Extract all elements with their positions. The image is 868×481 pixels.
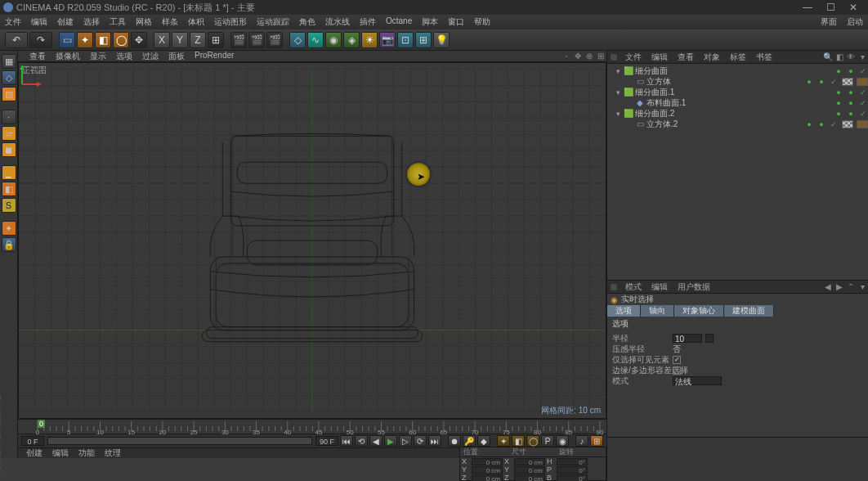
coord-field[interactable]: 0° [557, 466, 588, 474]
texture-tag[interactable] [857, 78, 868, 86]
material-menu-item[interactable]: 功能 [74, 447, 100, 459]
poly-mode-button[interactable]: ◼ [2, 142, 16, 157]
render-region-button[interactable]: 🎬 [248, 32, 265, 48]
start-frame-field[interactable]: 0 F [21, 436, 44, 446]
object-mode-button[interactable]: ◇ [2, 70, 16, 85]
attr-up-icon[interactable]: ⌃ [845, 281, 857, 293]
vis-render-icon[interactable]: ● [846, 88, 856, 97]
tip-button[interactable]: 💡 [433, 32, 450, 48]
menu-item[interactable]: 样条 [157, 16, 183, 28]
rotate-tool-button[interactable]: ◯ [113, 32, 129, 48]
record-button[interactable]: ⏺ [448, 435, 461, 447]
menu-item[interactable]: Octane [381, 16, 417, 28]
playhead[interactable]: 0 [38, 420, 45, 428]
goto-start-button[interactable]: ⏮ [340, 435, 353, 447]
attr-checkbox[interactable] [673, 366, 681, 375]
material-menu-item[interactable]: 创建 [21, 447, 47, 459]
generator-button[interactable]: ◉ [325, 32, 342, 48]
tree-row[interactable]: ▾🟩细分曲面.2●●✓ [607, 108, 868, 119]
attr-tab[interactable]: 轴向 [641, 305, 674, 317]
menu-item[interactable]: 窗口 [443, 16, 469, 28]
vis-render-icon[interactable]: ● [817, 120, 826, 128]
cube-primitive-button[interactable]: ◇ [289, 32, 306, 48]
vis-editor-icon[interactable]: ● [834, 99, 843, 107]
viewport-menu-item[interactable]: 选项 [111, 51, 137, 62]
vp-maximize-icon[interactable]: ⊞ [595, 52, 606, 61]
enable-icon[interactable]: ✓ [858, 67, 868, 75]
spinner[interactable] [705, 334, 714, 343]
deformer-button[interactable]: ◈ [343, 32, 360, 48]
coord-field[interactable]: 0 cm [514, 474, 545, 482]
menu-item[interactable]: 文件 [0, 16, 26, 28]
model-mode-button[interactable]: ▦ [2, 54, 16, 69]
coord-field[interactable]: 0 cm [472, 474, 503, 482]
menu-item[interactable]: 创建 [52, 16, 78, 28]
menu-item[interactable]: 体积 [183, 16, 209, 28]
enable-icon[interactable]: ✓ [858, 110, 868, 118]
vp-config-icon[interactable]: ◦ [561, 52, 572, 61]
texture-tag[interactable] [842, 120, 853, 128]
viewport[interactable]: 正视图 [18, 62, 606, 419]
menu-item[interactable]: 运动跟踪 [252, 16, 294, 28]
coord-field[interactable]: 0 cm [472, 466, 503, 474]
close-button[interactable]: ✕ [842, 0, 865, 15]
attr-dropdown[interactable]: 法线 [673, 376, 722, 385]
eye-icon[interactable]: 👁 [845, 52, 857, 63]
menu-item[interactable]: 角色 [294, 16, 320, 28]
expand-icon[interactable]: ▾ [614, 110, 622, 118]
menu-item[interactable]: 网格 [131, 16, 157, 28]
menu-item[interactable]: 运动图形 [209, 16, 252, 28]
material-menu-item[interactable]: 编辑 [47, 447, 74, 459]
attr-tab[interactable]: 对象轴心 [674, 305, 724, 317]
objects-tab[interactable]: 对象 [699, 52, 725, 63]
scene-button[interactable]: ⊞ [415, 32, 432, 48]
minimize-button[interactable]: — [796, 0, 819, 15]
menu-item[interactable]: 界面 [816, 16, 842, 28]
autokey-button[interactable]: 🔑 [463, 435, 476, 447]
panel-grip-icon[interactable] [611, 54, 617, 61]
panel-menu-icon[interactable]: ▾ [857, 52, 868, 63]
vis-editor-icon[interactable]: ● [834, 88, 843, 97]
material-menu-item[interactable]: 纹理 [100, 447, 126, 459]
maximize-button[interactable]: ☐ [819, 0, 842, 15]
param-key-button[interactable]: P [541, 435, 554, 447]
viewport-menu-item[interactable]: 摄像机 [51, 51, 85, 62]
attr-value-field[interactable]: 10 [673, 334, 702, 343]
vis-editor-icon[interactable]: ● [834, 67, 843, 75]
scale-key-button[interactable]: ◧ [512, 435, 525, 447]
menu-item[interactable]: 工具 [105, 16, 131, 28]
play-button[interactable]: ▶ [384, 435, 397, 447]
sound-button[interactable]: ♪ [575, 435, 588, 447]
vis-render-icon[interactable]: ● [846, 99, 856, 107]
viewport-menu-item[interactable]: 面板 [163, 51, 190, 62]
viewport-menu-item[interactable]: ProRender [190, 51, 239, 62]
expand-icon[interactable]: ▾ [614, 88, 622, 97]
attr-menu-icon[interactable]: ▾ [857, 281, 868, 293]
objects-tab[interactable]: 标签 [725, 52, 751, 63]
enable-icon[interactable]: ✓ [829, 120, 839, 128]
pos-key-button[interactable]: ✦ [497, 435, 510, 447]
attr-checkbox[interactable]: ✓ [673, 356, 681, 364]
end-frame-field[interactable]: 90 F [315, 436, 338, 446]
scale-tool-button[interactable]: ◧ [95, 32, 111, 48]
objects-tab[interactable]: 书签 [751, 52, 777, 63]
menu-item[interactable]: 选择 [78, 16, 105, 28]
keyframe-button[interactable]: ◆ [477, 435, 490, 447]
point-mode-button[interactable]: · [2, 110, 16, 124]
next-key-button[interactable]: ⟳ [414, 435, 427, 447]
locked-button[interactable]: 🔒 [2, 237, 16, 252]
uv-mode-button[interactable]: ◧ [2, 182, 16, 196]
texture-tag[interactable] [857, 120, 868, 128]
tree-row[interactable]: ◆布料曲面.1●●✓ [607, 97, 868, 108]
next-frame-button[interactable]: ▷ [399, 435, 412, 447]
menu-item[interactable]: 启动 [842, 16, 868, 28]
environment-button[interactable]: ☀ [361, 32, 378, 48]
z-axis-button[interactable]: Z [190, 32, 206, 48]
tree-row[interactable]: ▾🟩细分曲面.1●●✓ [607, 87, 868, 97]
texture-mode-button[interactable]: ▨ [2, 87, 16, 101]
menu-item[interactable]: 编辑 [26, 16, 52, 28]
coord-field[interactable]: 0° [557, 474, 588, 482]
menu-item[interactable]: 插件 [355, 16, 381, 28]
range-slider[interactable] [47, 437, 312, 445]
camera-button[interactable]: 📷 [379, 32, 396, 48]
